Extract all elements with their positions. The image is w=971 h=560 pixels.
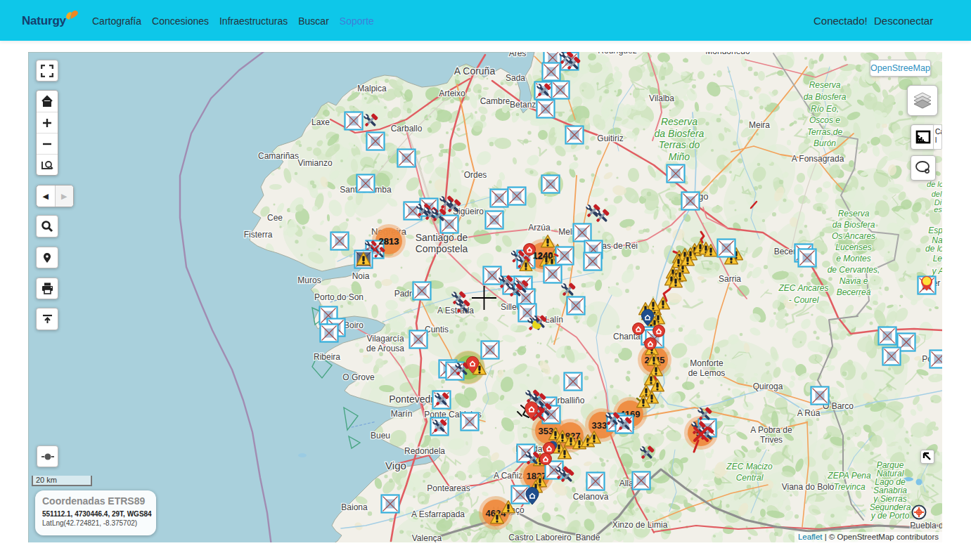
svg-text:Redondela: Redondela [404,446,445,456]
svg-text:da Biosfera: da Biosfera [832,220,875,230]
svg-text:Lucenses: Lucenses [835,242,871,252]
svg-text:Trives: Trives [760,435,783,445]
svg-text:Reserva: Reserva [809,80,841,90]
svg-text:Xinzo de Limia: Xinzo de Limia [612,520,668,530]
svg-text:y Ar: y Ar [932,266,942,276]
svg-text:de Cervantes,: de Cervantes, [828,265,880,275]
svg-text:Castro Laboreiro: Castro Laboreiro [508,533,572,542]
svg-text:Vimianzo: Vimianzo [297,158,332,168]
svg-text:Lalín: Lalín [545,315,563,325]
svg-text:Reserva: Reserva [838,209,870,219]
svg-text:- Courel: - Courel [789,295,819,305]
svg-text:ZEC Ancares: ZEC Ancares [778,283,829,293]
svg-text:A Pobra de: A Pobra de [750,425,792,435]
svg-text:Camariñas: Camariñas [258,151,299,161]
svg-text:Celanova: Celanova [573,492,609,502]
svg-text:da Biosfera: da Biosfera [655,128,705,139]
svg-text:Meira: Meira [749,120,770,130]
svg-text:Puebla d: Puebla d [910,521,942,530]
svg-text:Navia e: Navia e [840,276,868,286]
svg-text:2813: 2813 [379,236,399,247]
svg-text:de los: de los [925,244,942,254]
svg-text:A Rúa: A Rúa [797,408,821,418]
svg-text:de Arousa: de Arousa [366,344,404,353]
svg-text:Trevinca: Trevinca [833,482,865,492]
svg-text:A Estrada: A Estrada [437,306,474,315]
svg-text:Quiroga: Quiroga [753,382,783,391]
svg-text:Ordes: Ordes [464,170,487,180]
svg-text:Guitiriz: Guitiriz [597,134,623,143]
svg-text:Rodríguez: Rodríguez [598,52,636,56]
svg-text:Lect: Lect [933,254,942,263]
svg-text:Terras de: Terras de [807,127,843,137]
svg-text:1827: 1827 [527,471,547,481]
svg-text:ZEPA Pena: ZEPA Pena [827,471,871,481]
svg-text:Vigo: Vigo [385,460,406,471]
svg-text:Arzúa: Arzúa [528,223,551,233]
svg-text:e Montes: e Montes [836,254,870,263]
svg-text:Malpica: Malpica [357,84,387,93]
svg-text:Arteixo: Arteixo [439,89,465,98]
svg-text:Mondoñedo: Mondoñedo [705,52,750,56]
svg-text:Monforte: Monforte [690,358,724,368]
svg-text:Porto do Son: Porto do Son [314,292,364,302]
svg-text:Valença: Valença [412,533,442,542]
svg-text:Sarria: Sarria [719,274,741,284]
svg-text:de lo: de lo [927,180,942,188]
svg-text:Oscos e: Oscos e [809,115,840,125]
svg-text:Ribeira: Ribeira [314,352,340,362]
svg-text:Burón: Burón [814,138,836,148]
svg-text:A Fonsagrada: A Fonsagrada [792,154,844,164]
svg-text:Muros: Muros [297,275,321,285]
svg-text:Terras do: Terras do [659,139,700,150]
svg-text:Compostela: Compostela [416,243,468,254]
svg-text:A Esfarrapada: A Esfarrapada [411,509,465,519]
svg-text:Baiona: Baiona [341,502,368,512]
svg-text:Cuntis: Cuntis [425,325,449,334]
svg-text:Laxe: Laxe [311,117,330,127]
svg-text:Río Eo,: Río Eo, [811,104,839,114]
svg-text:Boiro: Boiro [344,320,364,330]
svg-text:Carballo: Carballo [391,124,423,134]
svg-text:Ares: Ares [509,52,527,58]
svg-text:Ponteareas: Ponteareas [427,483,470,493]
svg-text:Miño: Miño [669,151,690,162]
svg-text:Marín: Marín [391,409,413,419]
svg-text:Central: Central [736,473,764,483]
svg-text:Becerreá: Becerreá [837,287,871,297]
svg-text:de Lemos: de Lemos [688,368,726,378]
svg-text:Reserva: Reserva [661,116,697,127]
svg-text:ZEC Macizo: ZEC Macizo [726,462,773,471]
svg-text:1240: 1240 [533,250,553,261]
svg-text:da Biosfera: da Biosfera [804,92,847,102]
svg-text:Vilagarcía: Vilagarcía [366,334,404,344]
svg-text:y de Porto: y de Porto [870,511,910,521]
svg-text:Vilalba: Vilalba [649,93,674,103]
svg-text:Os Ancares: Os Ancares [832,231,875,241]
svg-text:Sada: Sada [506,73,525,83]
svg-text:Espa: Espa [928,226,942,235]
svg-text:es: es [934,205,942,214]
svg-text:Fisterra: Fisterra [244,230,273,240]
svg-text:del: del [932,190,942,198]
svg-text:A Coruña: A Coruña [454,65,496,77]
svg-text:Bande: Bande [576,533,600,542]
svg-text:O Grove: O Grove [342,372,375,382]
svg-text:Noia: Noia [352,271,370,281]
svg-text:Viana do Bolo: Viana do Bolo [782,482,835,492]
svg-text:Bueu: Bueu [371,431,390,441]
svg-text:Cambre: Cambre [480,96,510,106]
svg-text:Pontevedra: Pontevedra [389,393,439,405]
svg-text:Cee: Cee [267,213,283,223]
